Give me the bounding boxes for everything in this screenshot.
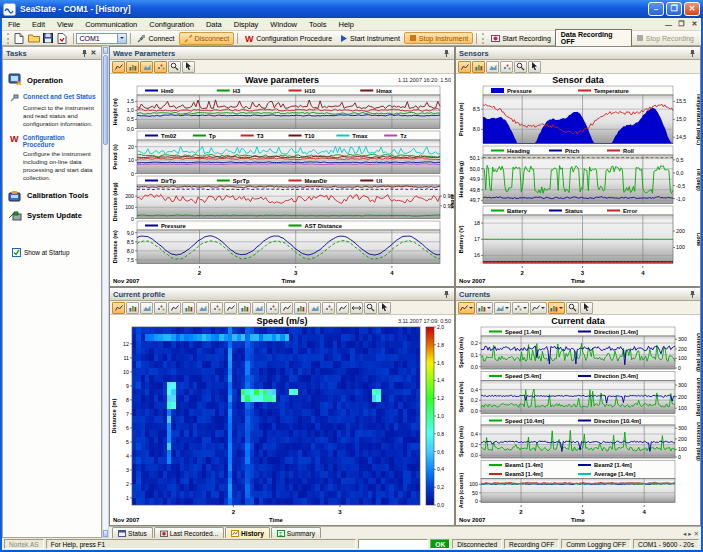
sensors-chart-button-4[interactable] (500, 61, 513, 73)
show-at-startup-checkbox[interactable] (12, 248, 21, 257)
tab-scroll-left-arrow[interactable]: ◂ (683, 530, 686, 538)
close-icon[interactable]: ✕ (89, 49, 98, 58)
menu-file[interactable]: File (2, 19, 26, 30)
minimize-button[interactable]: – (648, 2, 664, 16)
pin-icon[interactable] (442, 49, 451, 58)
disconnect-icon (184, 34, 193, 43)
menu-window[interactable]: Window (264, 19, 303, 30)
profile-chart-button-12[interactable] (266, 302, 279, 314)
scroll-up-arrow[interactable] (103, 47, 108, 54)
wave-chart-button-3[interactable] (140, 61, 153, 73)
profile-chart-button-2[interactable] (126, 302, 139, 314)
svg-text:200: 200 (678, 436, 687, 442)
menu-tools[interactable]: Tools (303, 19, 333, 30)
maximize-button[interactable]: ❐ (666, 2, 682, 16)
svg-text:1,2: 1,2 (437, 395, 444, 401)
system-update-item[interactable]: System Update (8, 209, 97, 222)
profile-chart-button-16[interactable] (322, 302, 335, 314)
pin-icon[interactable] (688, 49, 697, 58)
child-restore-button[interactable]: ❐ (675, 20, 688, 28)
currents-chart-button-4[interactable] (512, 302, 529, 314)
currents-chart-button-6[interactable] (548, 302, 565, 314)
save-button[interactable] (41, 32, 55, 45)
scroll-down-arrow[interactable] (103, 530, 108, 537)
menu-configuration[interactable]: Configuration (143, 19, 200, 30)
configuration-procedure-link[interactable]: W Configuration Procedure (10, 134, 97, 148)
sensors-chart-button-3[interactable] (486, 61, 499, 73)
start-instrument-button[interactable]: Start Instrument (336, 33, 404, 44)
currents-chart-button-1[interactable] (458, 302, 475, 314)
start-recording-button[interactable]: Start Recording (487, 33, 555, 44)
tab-history[interactable]: History (225, 527, 270, 538)
wave-zoom-button[interactable] (168, 61, 181, 73)
profile-chart-button-17[interactable] (336, 302, 349, 314)
sensors-chart-button-1[interactable] (458, 61, 471, 73)
currents-chart-button-5[interactable] (530, 302, 547, 314)
profile-chart-button-9[interactable] (224, 302, 237, 314)
profile-cursor-select-button[interactable] (378, 302, 391, 314)
child-close-button[interactable]: ✕ (688, 20, 701, 28)
svg-text:0,0: 0,0 (676, 170, 683, 176)
new-file-button[interactable] (12, 32, 26, 45)
profile-chart-button-11[interactable] (252, 302, 265, 314)
profile-fit-scale-button[interactable] (350, 302, 363, 314)
wave-chart-button-1[interactable] (112, 61, 125, 73)
chevron-down-icon[interactable] (117, 34, 126, 43)
mdi-vertical-scrollbar[interactable] (102, 46, 109, 538)
menu-communication[interactable]: Communication (79, 19, 143, 30)
disconnect-button[interactable]: Disconnect (179, 32, 235, 45)
wave-chart-button-2[interactable] (126, 61, 139, 73)
tab-last-recorded[interactable]: Last Recorded... (154, 527, 224, 538)
wave-chart-button-4[interactable] (154, 61, 167, 73)
import-file-button[interactable] (55, 32, 69, 45)
profile-chart-button-5[interactable] (168, 302, 181, 314)
tab-scroll-right-arrow[interactable]: ▸ (688, 530, 691, 538)
profile-chart-button-13[interactable] (280, 302, 293, 314)
sensors-cursor-select-button[interactable] (528, 61, 541, 73)
tab-close-icon[interactable]: ✕ (694, 530, 699, 538)
currents-chart-button-3[interactable] (494, 302, 511, 314)
profile-chart-button-14[interactable] (294, 302, 307, 314)
calibration-tools-item[interactable]: Calibration Tools (8, 189, 97, 202)
profile-chart-button-4[interactable] (154, 302, 167, 314)
menu-help[interactable]: Help (333, 19, 360, 30)
pin-icon[interactable] (80, 49, 89, 58)
menu-display[interactable]: Display (228, 19, 265, 30)
close-button[interactable]: ✕ (684, 2, 700, 16)
menu-edit[interactable]: Edit (26, 19, 51, 30)
currents-chart-button-2[interactable] (476, 302, 493, 314)
profile-chart-button-8[interactable] (210, 302, 223, 314)
profile-chart-button-15[interactable] (308, 302, 321, 314)
tab-summary[interactable]: Σ Summary (271, 527, 321, 538)
pin-icon[interactable] (688, 290, 697, 299)
wave-cursor-select-button[interactable] (182, 61, 195, 73)
connect-get-status-link[interactable]: Connect and Get Status (10, 93, 97, 102)
stop-recording-button[interactable]: Stop Recording (632, 33, 698, 43)
tab-status[interactable]: Status (112, 527, 153, 538)
currents-cursor-select-button[interactable] (580, 302, 593, 314)
sensors-chart-button-2[interactable] (472, 61, 485, 73)
window-border-left (0, 18, 2, 552)
profile-chart-button-3[interactable] (140, 302, 153, 314)
svg-text:12: 12 (123, 341, 129, 347)
profile-chart-button-1[interactable] (112, 302, 125, 314)
connect-button[interactable]: Connect (133, 33, 178, 44)
child-minimize-button[interactable]: — (662, 21, 675, 28)
stop-instrument-button[interactable]: Stop Instrument (404, 32, 473, 44)
com-port-select[interactable]: COM1 (76, 33, 126, 44)
profile-chart-button-10[interactable] (238, 302, 251, 314)
profile-chart-button-7[interactable] (196, 302, 209, 314)
open-file-button[interactable] (26, 32, 40, 45)
svg-text:Tz: Tz (400, 133, 407, 139)
profile-zoom-button[interactable] (364, 302, 377, 314)
configuration-procedure-button[interactable]: WConfiguration Procedure (241, 33, 336, 44)
menu-view[interactable]: View (51, 19, 79, 30)
sensors-zoom-button[interactable] (514, 61, 527, 73)
status-input-field[interactable] (358, 539, 428, 549)
currents-zoom-button[interactable] (566, 302, 579, 314)
svg-text:1,8: 1,8 (437, 342, 444, 348)
pin-icon[interactable] (442, 290, 451, 299)
profile-chart-button-6[interactable] (182, 302, 195, 314)
scrollbar-thumb[interactable] (103, 55, 108, 145)
menu-data[interactable]: Data (200, 19, 228, 30)
